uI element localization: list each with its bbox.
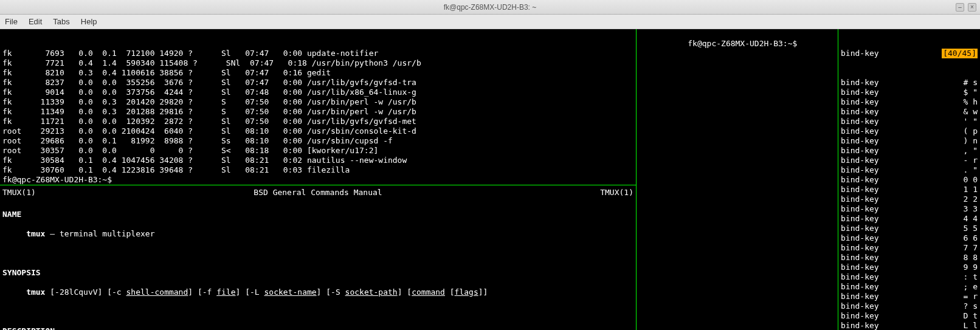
bindkey-row: bind-key' " bbox=[841, 117, 978, 126]
bindkey-row: bind-keyD t bbox=[841, 311, 978, 321]
man-section-description: DESCRIPTION bbox=[2, 326, 633, 330]
man-section-synopsis: SYNOPSIS bbox=[2, 268, 633, 278]
bindkey-counter: [40/45] bbox=[942, 49, 978, 58]
bindkey-row: bind-key( p bbox=[841, 126, 978, 136]
ps-row: fk 11349 0.0 0.3 201288 29816 ? S 07:50 … bbox=[2, 107, 633, 117]
bindkey-row: bind-key6 6 bbox=[841, 233, 978, 243]
bindkey-row: bind-key3 3 bbox=[841, 204, 978, 214]
bindkey-row: bind-key= r bbox=[841, 292, 978, 301]
bindkey-row: bind-key0 0 bbox=[841, 175, 978, 185]
bindkey-row: bind-key# s bbox=[841, 78, 978, 88]
menubar: File Edit Tabs Help bbox=[0, 15, 980, 29]
close-button[interactable]: × bbox=[968, 3, 976, 12]
ps-row: fk 7693 0.0 0.1 712100 14920 ? Sl 07:47 … bbox=[2, 49, 633, 58]
man-name-line: tmux — terminal multiplexer bbox=[2, 229, 633, 239]
bindkey-pane[interactable]: bind-key [40/45] bind-key# sbind-key$ "b… bbox=[838, 29, 980, 330]
bindkey-label: bind-key bbox=[841, 49, 879, 58]
shell-pane[interactable]: fk@qpc-Z68MX-UD2H-B3:~$ bbox=[637, 29, 838, 330]
ps-row: fk 9014 0.0 0.0 373756 4244 ? Sl 07:48 0… bbox=[2, 88, 633, 97]
bindkey-row: bind-keyL l bbox=[841, 321, 978, 330]
bindkey-row: bind-key$ " bbox=[841, 88, 978, 97]
bindkey-row: bind-key. " bbox=[841, 165, 978, 175]
titlebar[interactable]: fk@qpc-Z68MX-UD2H-B3: ~ – × bbox=[0, 0, 980, 15]
man-section-name: NAME bbox=[2, 210, 633, 219]
ps-row: fk 8237 0.0 0.0 355256 3676 ? Sl 07:47 0… bbox=[2, 78, 633, 88]
ps-row: root 29213 0.0 0.0 2100424 6040 ? Sl 08:… bbox=[2, 126, 633, 136]
bindkey-row: bind-key2 2 bbox=[841, 194, 978, 204]
bindkey-row: bind-key1 1 bbox=[841, 185, 978, 194]
terminal[interactable]: fk 7693 0.0 0.1 712100 14920 ? Sl 07:47 … bbox=[0, 29, 980, 330]
ps-row: fk 8210 0.3 0.4 1100616 38856 ? Sl 07:47… bbox=[2, 68, 633, 78]
ps-row: fk 11339 0.0 0.3 201420 29820 ? S 07:50 … bbox=[2, 97, 633, 107]
ps-pane[interactable]: fk 7693 0.0 0.1 712100 14920 ? Sl 07:47 … bbox=[0, 29, 636, 185]
menu-tabs[interactable]: Tabs bbox=[53, 17, 69, 26]
shell-prompt: fk@qpc-Z68MX-UD2H-B3:~$ bbox=[688, 39, 797, 48]
window-title: fk@qpc-Z68MX-UD2H-B3: ~ bbox=[444, 3, 537, 12]
bindkey-row: bind-key: t bbox=[841, 272, 978, 282]
man-header-left: TMUX(1) bbox=[2, 188, 36, 198]
bindkey-row: bind-key9 9 bbox=[841, 263, 978, 272]
menu-edit[interactable]: Edit bbox=[29, 17, 42, 26]
menu-file[interactable]: File bbox=[5, 17, 18, 26]
bindkey-row: bind-key5 5 bbox=[841, 224, 978, 233]
ps-prompt[interactable]: fk@qpc-Z68MX-UD2H-B3:~$ bbox=[2, 175, 633, 185]
man-header-center: BSD General Commands Manual bbox=[254, 188, 382, 198]
minimize-button[interactable]: – bbox=[956, 3, 964, 12]
bindkey-row: bind-key- r bbox=[841, 156, 978, 165]
bindkey-row: bind-key) n bbox=[841, 136, 978, 146]
man-pane[interactable]: TMUX(1) BSD General Commands Manual TMUX… bbox=[0, 185, 636, 330]
bindkey-row: bind-key, " bbox=[841, 146, 978, 156]
ps-row: fk 11721 0.0 0.0 120392 2872 ? Sl 07:50 … bbox=[2, 117, 633, 126]
ps-row: fk 30584 0.1 0.4 1047456 34208 ? Sl 08:2… bbox=[2, 156, 633, 165]
bindkey-row: bind-key% h bbox=[841, 97, 978, 107]
bindkey-row: bind-key? s bbox=[841, 301, 978, 311]
bindkey-row: bind-key; e bbox=[841, 282, 978, 292]
man-header-right: TMUX(1) bbox=[600, 188, 633, 198]
bindkey-row: bind-key& w bbox=[841, 107, 978, 117]
ps-row: fk 30760 0.1 0.4 1223816 39648 ? Sl 08:2… bbox=[2, 165, 633, 175]
ps-row: root 30357 0.0 0.0 0 0 ? S< 08:18 0:00 [… bbox=[2, 146, 633, 156]
bindkey-row: bind-key7 7 bbox=[841, 243, 978, 253]
man-synopsis-line: tmux [-28lCquvV] [-c shell-command] [-f … bbox=[2, 287, 633, 297]
bindkey-row: bind-key8 8 bbox=[841, 253, 978, 263]
ps-row: fk 7721 0.4 1.4 590340 115408 ? SNl 07:4… bbox=[2, 58, 633, 68]
menu-help[interactable]: Help bbox=[81, 17, 97, 26]
bindkey-row: bind-key4 4 bbox=[841, 214, 978, 224]
ps-row: root 29686 0.0 0.1 81992 8988 ? Ss 08:10… bbox=[2, 136, 633, 146]
